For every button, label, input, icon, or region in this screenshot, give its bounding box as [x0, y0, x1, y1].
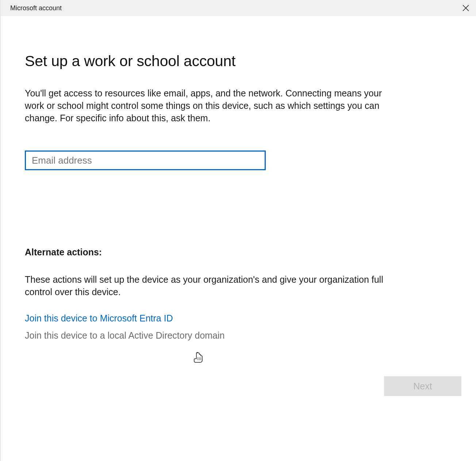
alternate-actions-heading: Alternate actions:	[25, 247, 452, 258]
dialog-body: Set up a work or school account You'll g…	[0, 16, 476, 461]
close-button[interactable]	[456, 0, 476, 16]
titlebar: Microsoft account	[0, 0, 476, 16]
join-entra-id-link[interactable]: Join this device to Microsoft Entra ID	[25, 313, 452, 324]
next-button[interactable]: Next	[384, 376, 461, 396]
join-local-ad-link[interactable]: Join this device to a local Active Direc…	[25, 330, 452, 341]
page-description: You'll get access to resources like emai…	[25, 87, 390, 124]
page-heading: Set up a work or school account	[25, 53, 452, 70]
alternate-actions-description: These actions will set up the device as …	[25, 274, 390, 298]
close-icon	[462, 5, 469, 11]
email-input[interactable]	[25, 151, 266, 170]
pointer-cursor-icon	[193, 352, 204, 364]
window-title: Microsoft account	[10, 4, 62, 12]
